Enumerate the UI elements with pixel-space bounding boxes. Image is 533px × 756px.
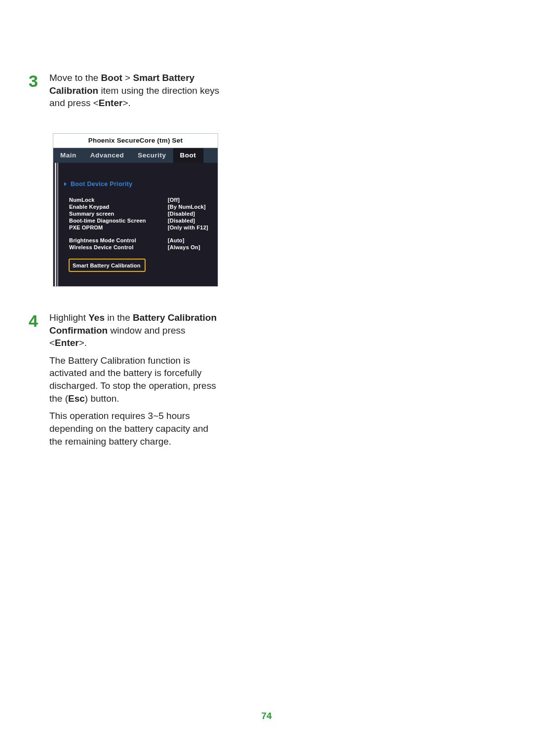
bios-section-label: Boot Device Priority	[71, 181, 132, 188]
bios-item-boot-diagnostic[interactable]: Boot-time Diagnostic Screen [Disabled]	[56, 217, 218, 224]
bios-item-pxe-oprom[interactable]: PXE OPROM [Only with F12]	[56, 224, 218, 231]
bios-item-label: PXE OPROM	[69, 225, 168, 230]
text-fragment: >.	[79, 338, 87, 348]
text-fragment: >	[122, 73, 133, 83]
text-fragment: Move to the	[49, 73, 101, 83]
step-3-number: 3	[29, 73, 49, 89]
bold-enter: Enter	[99, 98, 123, 108]
bios-tab-bar: Main Advanced Security Boot	[53, 148, 218, 163]
bios-item-value: [Disabled]	[168, 211, 195, 217]
bios-item-label: NumLock	[69, 197, 168, 203]
bios-section-boot-priority[interactable]: Boot Device Priority	[56, 169, 218, 190]
text-fragment: ) button.	[85, 393, 119, 404]
bios-item-value: [Off]	[168, 197, 180, 203]
bios-item-value: [Only with F12]	[168, 225, 208, 230]
bios-item-brightness[interactable]: Brightness Mode Control [Auto]	[56, 237, 218, 244]
bios-item-numlock[interactable]: NumLock [Off]	[56, 196, 218, 203]
step-3-row: 3 Move to the Boot > Smart Battery Calib…	[29, 72, 533, 110]
step-3-text: Move to the Boot > Smart Battery Calibra…	[49, 72, 222, 110]
chevron-right-icon	[64, 182, 67, 186]
document-page: 3 Move to the Boot > Smart Battery Calib…	[0, 0, 533, 756]
bios-tab-truncated	[203, 148, 210, 163]
bios-item-label: Brightness Mode Control	[69, 237, 168, 243]
page-number: 74	[0, 711, 533, 721]
step-4-row: 4 Highlight Yes in the Battery Calibrati…	[29, 311, 533, 453]
step-4-number: 4	[29, 312, 49, 329]
bios-tab-main[interactable]: Main	[53, 148, 83, 163]
bios-item-value: [Always On]	[168, 244, 200, 250]
text-fragment: Highlight	[49, 312, 88, 323]
bios-screenshot: Phoenix SecureCore (tm) Set Main Advance…	[53, 133, 218, 287]
text-fragment: >.	[122, 98, 130, 108]
bios-item-label: Summary screen	[69, 211, 168, 217]
bios-tab-security[interactable]: Security	[131, 148, 173, 163]
bios-item-value: [Disabled]	[168, 218, 195, 224]
bios-item-value: [By NumLock]	[168, 204, 206, 210]
bios-item-enable-keypad[interactable]: Enable Keypad [By NumLock]	[56, 203, 218, 210]
bios-title-bar: Phoenix SecureCore (tm) Set	[53, 134, 218, 148]
text-paragraph: This operation requires 3~5 hours depend…	[49, 410, 222, 448]
bold-yes: Yes	[88, 312, 105, 323]
bios-left-divider-inner	[57, 163, 58, 286]
bios-item-summary-screen[interactable]: Summary screen [Disabled]	[56, 210, 218, 217]
bios-item-label: Wireless Device Control	[69, 244, 168, 250]
bold-boot: Boot	[101, 73, 122, 83]
bios-item-label: Enable Keypad	[69, 204, 168, 210]
bios-item-wireless[interactable]: Wireless Device Control [Always On]	[56, 244, 218, 251]
bold-esc: Esc	[68, 393, 85, 404]
bios-tab-boot[interactable]: Boot	[173, 148, 203, 163]
text-fragment: in the	[105, 312, 133, 323]
bios-item-value: [Auto]	[168, 237, 185, 243]
bios-item-label: Smart Battery Calibration	[73, 263, 141, 268]
bios-body: Boot Device Priority NumLock [Off] Enabl…	[53, 163, 218, 286]
bold-enter: Enter	[55, 338, 79, 348]
bios-left-divider	[55, 163, 56, 286]
bios-item-smart-battery-highlighted[interactable]: Smart Battery Calibration	[69, 259, 146, 272]
bios-tab-advanced[interactable]: Advanced	[83, 148, 131, 163]
bios-item-label: Boot-time Diagnostic Screen	[69, 218, 168, 224]
step-4-text: Highlight Yes in the Battery Calibration…	[49, 311, 222, 453]
